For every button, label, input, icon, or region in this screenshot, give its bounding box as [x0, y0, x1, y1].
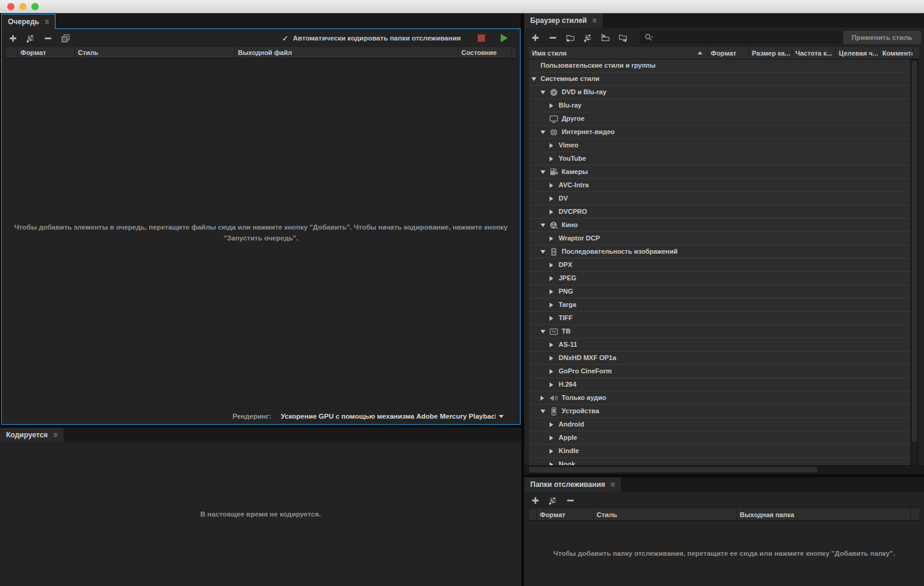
queue-panel-menu-icon[interactable]: ≡: [45, 18, 49, 26]
expand-arrow-icon[interactable]: [550, 236, 559, 241]
tab-encoding[interactable]: Кодируется ≡: [0, 428, 63, 442]
watch-folders-menu-icon[interactable]: ≡: [611, 480, 615, 489]
collapse-arrow-icon[interactable]: [541, 91, 550, 94]
encoding-panel-menu-icon[interactable]: ≡: [53, 431, 57, 439]
horizontal-scrollbar-thumb[interactable]: [529, 467, 817, 472]
tab-queue[interactable]: Очередь ≡: [1, 14, 56, 28]
column-header-1[interactable]: Стиль: [75, 47, 235, 58]
expand-arrow-icon[interactable]: [550, 303, 559, 307]
preset-tree-item[interactable]: Android: [529, 418, 910, 431]
preset-tree-item[interactable]: Vimeo: [529, 139, 910, 152]
expand-arrow-icon[interactable]: [550, 343, 559, 347]
zoom-window-button[interactable]: [31, 3, 39, 10]
preset-tree-item[interactable]: Устройства: [529, 405, 910, 418]
minimize-window-button[interactable]: [19, 3, 27, 10]
column-header-1[interactable]: Формат: [708, 47, 749, 59]
watch-folders-drop-area[interactable]: Чтобы добавить папку отслеживания, перет…: [524, 521, 924, 586]
column-header-3[interactable]: Частота к...: [792, 47, 836, 59]
expand-arrow-icon[interactable]: [550, 316, 559, 321]
collapse-arrow-icon[interactable]: [541, 250, 550, 254]
expand-arrow-icon[interactable]: [550, 289, 559, 294]
export-preset-button[interactable]: [618, 33, 628, 43]
expand-arrow-icon[interactable]: [541, 396, 550, 401]
queue-drop-area[interactable]: Чтобы добавить элементы в очередь, перет…: [2, 59, 520, 408]
collapse-arrow-icon[interactable]: [531, 77, 541, 81]
preset-tree-item[interactable]: Blu-ray: [529, 99, 910, 112]
auto-encode-checkbox[interactable]: ✓ Автоматически кодировать папки отслежи…: [282, 34, 461, 43]
preset-tree-item[interactable]: PNG: [529, 285, 910, 298]
preset-tree-item[interactable]: Системные стили: [529, 72, 910, 86]
preset-tree-item[interactable]: TIFF: [529, 312, 910, 325]
expand-arrow-icon[interactable]: [550, 449, 559, 454]
column-header-3[interactable]: Состояние: [458, 47, 512, 58]
expand-arrow-icon[interactable]: [550, 210, 559, 214]
preset-tree-item[interactable]: H.264: [529, 378, 910, 391]
collapse-arrow-icon[interactable]: [541, 130, 550, 134]
remove-folder-button[interactable]: [565, 495, 576, 506]
duplicate-item-button[interactable]: [60, 33, 71, 43]
column-header-2[interactable]: Выходная папка: [737, 509, 911, 520]
preset-tree-item[interactable]: Другое: [529, 112, 910, 126]
expand-arrow-icon[interactable]: [550, 382, 559, 387]
preset-tree-item[interactable]: DPX: [529, 259, 910, 272]
preset-tree-item[interactable]: JPEG: [529, 272, 910, 285]
expand-arrow-icon[interactable]: [550, 183, 559, 188]
add-source-button[interactable]: [8, 33, 18, 43]
preset-tree-item[interactable]: DNxHD MXF OP1a: [529, 352, 910, 365]
remove-item-button[interactable]: [43, 33, 53, 43]
expand-arrow-icon[interactable]: [550, 156, 559, 161]
preset-tree-item[interactable]: Пользовательские стили и группы: [529, 59, 910, 72]
stop-queue-button[interactable]: [478, 34, 485, 42]
column-header-4[interactable]: Целевая ч...: [836, 47, 879, 59]
preset-tree-item[interactable]: TVТВ: [529, 325, 910, 338]
expand-arrow-icon[interactable]: [550, 263, 559, 268]
preset-tree-item[interactable]: Интернет-видео: [529, 126, 910, 139]
tab-preset-browser[interactable]: Браузер стилей ≡: [524, 13, 603, 28]
preset-tree-item[interactable]: Только аудио: [529, 391, 910, 405]
create-group-button[interactable]: [565, 33, 576, 43]
preset-tree-item[interactable]: Wraptor DCP: [529, 232, 910, 245]
expand-arrow-icon[interactable]: [550, 356, 559, 361]
preset-tree-item[interactable]: AVC-Intra: [529, 179, 910, 192]
column-header-2[interactable]: Выходной файл: [235, 47, 458, 58]
preset-tree-item[interactable]: YouTube: [529, 152, 910, 166]
horizontal-scrollbar[interactable]: [524, 465, 924, 474]
import-preset-button[interactable]: [600, 33, 611, 43]
preset-tree-item[interactable]: Кино: [529, 219, 910, 232]
preset-tree-item[interactable]: Apple: [529, 431, 910, 445]
column-header-0[interactable]: Формат: [18, 47, 75, 58]
folder-settings-button[interactable]: [548, 495, 558, 506]
preset-tree-item[interactable]: Последовательность изображений: [529, 245, 910, 259]
expand-arrow-icon[interactable]: [550, 276, 559, 281]
column-header-0[interactable]: Имя стиля: [529, 47, 708, 59]
vertical-scrollbar-thumb[interactable]: [912, 61, 917, 442]
apply-preset-button[interactable]: Применить стиль: [843, 31, 921, 44]
preset-settings-button[interactable]: [583, 33, 593, 43]
preset-search-input[interactable]: [640, 31, 843, 43]
collapse-arrow-icon[interactable]: [541, 410, 550, 413]
renderer-dropdown[interactable]: Ускорение GPU с помощью механизма Adobe …: [281, 413, 504, 420]
remove-preset-button[interactable]: [548, 33, 558, 43]
preset-tree-item[interactable]: AS-11: [529, 338, 910, 352]
expand-arrow-icon[interactable]: [550, 143, 559, 148]
add-output-button[interactable]: [25, 33, 36, 43]
collapse-arrow-icon[interactable]: [541, 224, 550, 227]
column-header-1[interactable]: Стиль: [594, 509, 737, 520]
expand-arrow-icon[interactable]: [550, 369, 559, 374]
close-window-button[interactable]: [7, 3, 14, 10]
preset-browser-menu-icon[interactable]: ≡: [592, 16, 597, 25]
preset-tree-item[interactable]: DVD и Blu-ray: [529, 86, 910, 99]
expand-arrow-icon[interactable]: [550, 436, 559, 440]
preset-tree-item[interactable]: DV: [529, 192, 910, 205]
collapse-arrow-icon[interactable]: [541, 170, 550, 174]
preset-tree-item[interactable]: Nook: [529, 458, 910, 465]
expand-arrow-icon[interactable]: [550, 422, 559, 427]
expand-arrow-icon[interactable]: [550, 196, 559, 201]
preset-tree-item[interactable]: DVCPRO: [529, 205, 910, 219]
add-folder-button[interactable]: [530, 495, 541, 506]
add-preset-button[interactable]: [530, 33, 541, 43]
expand-arrow-icon[interactable]: [550, 103, 559, 108]
tab-watch-folders[interactable]: Папки отслеживания ≡: [524, 477, 621, 492]
preset-tree-item[interactable]: Камеры: [529, 166, 910, 179]
preset-tree-item[interactable]: Kindle: [529, 445, 910, 458]
